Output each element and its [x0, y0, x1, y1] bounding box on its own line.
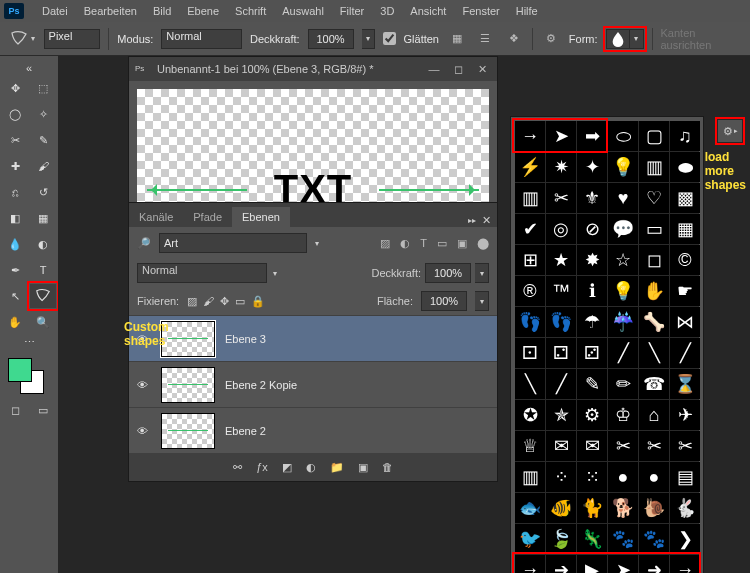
collapse-icon[interactable]: « — [2, 62, 56, 74]
shape-foot2[interactable]: 👣 — [546, 307, 576, 337]
shape-arr1[interactable]: → — [515, 555, 545, 573]
eraser-tool[interactable]: ◧ — [2, 206, 28, 230]
shape-speech-rect[interactable]: ▭ — [639, 214, 669, 244]
shape-puzzle2[interactable]: ⚁ — [546, 338, 576, 368]
stack-icon[interactable]: ❖ — [503, 28, 523, 50]
shape-bulb-sm[interactable]: 💡 — [608, 152, 638, 182]
shape-arrow-block[interactable]: ➡ — [577, 121, 607, 151]
opacity-input[interactable] — [308, 29, 354, 49]
shape-sparkle[interactable]: ✦ — [577, 152, 607, 182]
screenmode-icon[interactable]: ▭ — [30, 402, 56, 418]
crop-tool[interactable]: ✂ — [2, 128, 28, 152]
visibility-icon[interactable]: 👁 — [137, 425, 151, 437]
shape-stamp[interactable]: ▥ — [515, 183, 545, 213]
shape-gator[interactable]: 🦎 — [577, 524, 607, 554]
shape-dog[interactable]: 🐕 — [608, 493, 638, 523]
brush-tool[interactable]: 🖌 — [30, 154, 56, 178]
shape-pencil[interactable]: ✏ — [608, 369, 638, 399]
panel-collapse-icon[interactable]: ▸▸ — [468, 216, 476, 225]
menu-schrift[interactable]: Schrift — [227, 5, 274, 17]
layer-row[interactable]: 👁 Ebene 2 Kopie — [129, 361, 497, 407]
shape-foot[interactable]: 👣 — [515, 307, 545, 337]
layer-thumb[interactable] — [161, 413, 215, 449]
layer-opacity-input[interactable] — [425, 263, 471, 283]
pen-tool[interactable]: ✒ — [2, 258, 28, 282]
shape-flag-us[interactable]: ▤ — [670, 462, 700, 492]
shape-tm[interactable]: ™ — [546, 276, 576, 306]
shape-hand[interactable]: ✋ — [639, 276, 669, 306]
opacity-dropdown[interactable]: ▾ — [362, 29, 375, 49]
mask-icon[interactable]: ◩ — [282, 461, 292, 474]
new-layer-icon[interactable]: ▣ — [358, 461, 368, 474]
type-tool[interactable]: T — [30, 258, 56, 282]
shape-burst[interactable]: ✷ — [546, 152, 576, 182]
shape-dots[interactable]: ⁘ — [546, 462, 576, 492]
shape-snail[interactable]: 🐌 — [639, 493, 669, 523]
layer-search[interactable] — [159, 233, 307, 253]
shape-cog[interactable]: ⚙ — [577, 400, 607, 430]
lock-transparency-icon[interactable]: ▨ — [187, 295, 197, 308]
shape-heart-wire[interactable]: ♡ — [639, 183, 669, 213]
shape-target[interactable]: ◎ — [546, 214, 576, 244]
shape-music-note[interactable]: ♫ — [670, 121, 700, 151]
shape-arr5[interactable]: ➜ — [639, 555, 669, 573]
menu-3d[interactable]: 3D — [372, 5, 402, 17]
shape-hand2[interactable]: ☛ — [670, 276, 700, 306]
maximize-button[interactable]: ◻ — [449, 63, 467, 76]
shape-slash[interactable]: ╱ — [608, 338, 638, 368]
filter-adjust-icon[interactable]: ◐ — [400, 237, 410, 250]
menu-fenster[interactable]: Fenster — [454, 5, 507, 17]
shape-fish[interactable]: 🐟 — [515, 493, 545, 523]
shape-registered[interactable]: ® — [515, 276, 545, 306]
filter-pixel-icon[interactable]: ▨ — [380, 237, 390, 250]
menu-ebene[interactable]: Ebene — [179, 5, 227, 17]
history-brush-tool[interactable]: ↺ — [30, 180, 56, 204]
shape-crown[interactable]: ♔ — [608, 400, 638, 430]
eyedropper-tool[interactable]: ✎ — [30, 128, 56, 152]
shape-bulb[interactable]: 💡 — [608, 276, 638, 306]
fill-dropdown[interactable]: ▾ — [475, 291, 489, 311]
marquee-tool[interactable]: ⬚ — [30, 76, 56, 100]
menu-hilfe[interactable]: Hilfe — [508, 5, 546, 17]
align-icon-2[interactable]: ☰ — [475, 28, 495, 50]
hand-tool[interactable]: ✋ — [2, 310, 28, 334]
shape-speech[interactable]: 💬 — [608, 214, 638, 244]
mode-select[interactable]: Normal — [161, 29, 242, 49]
layer-thumb[interactable] — [161, 321, 215, 357]
shape-seal[interactable]: ● — [608, 462, 638, 492]
shape-scissors[interactable]: ✂ — [546, 183, 576, 213]
shape-house[interactable]: ⌂ — [639, 400, 669, 430]
shape-checker[interactable]: ▩ — [670, 183, 700, 213]
menu-bild[interactable]: Bild — [145, 5, 179, 17]
shape-fleur[interactable]: ⚜ — [577, 183, 607, 213]
shape-leaf[interactable]: 🍃 — [546, 524, 576, 554]
custom-shape-tool[interactable] — [30, 284, 56, 308]
shape-splat[interactable]: ✸ — [577, 245, 607, 275]
shape-fish2[interactable]: 🐠 — [546, 493, 576, 523]
shape-grid[interactable]: ▦ — [670, 214, 700, 244]
stamp-tool[interactable]: ⎌ — [2, 180, 28, 204]
shape-star-outline[interactable]: ☆ — [608, 245, 638, 275]
shape-umbrella[interactable]: ☂ — [577, 307, 607, 337]
shape-arr4[interactable]: ➤ — [608, 555, 638, 573]
dodge-tool[interactable]: ◐ — [30, 232, 56, 256]
shape-rain[interactable]: ☔ — [608, 307, 638, 337]
shape-dots2[interactable]: ⁙ — [577, 462, 607, 492]
layer-opacity-dropdown[interactable]: ▾ — [475, 263, 489, 283]
lock-artboard-icon[interactable]: ▭ — [235, 295, 245, 308]
quickmask-icon[interactable]: ◻ — [2, 402, 28, 418]
smooth-checkbox[interactable] — [383, 32, 396, 45]
minimize-button[interactable]: — — [425, 63, 443, 75]
unit-select[interactable]: Pixel — [44, 29, 101, 49]
menu-datei[interactable]: Datei — [34, 5, 76, 17]
layer-name[interactable]: Ebene 2 Kopie — [225, 379, 297, 391]
filter-type-icon[interactable]: T — [420, 237, 427, 250]
trash-icon[interactable]: 🗑 — [382, 461, 393, 473]
shape-copyright[interactable]: © — [670, 245, 700, 275]
shape-chev[interactable]: ❯ — [670, 524, 700, 554]
layer-name[interactable]: Ebene 2 — [225, 425, 266, 437]
shape-star[interactable]: ★ — [546, 245, 576, 275]
blur-tool[interactable]: 💧 — [2, 232, 28, 256]
shape-paw[interactable]: 🐾 — [608, 524, 638, 554]
shape-puzzle[interactable]: ⚀ — [515, 338, 545, 368]
